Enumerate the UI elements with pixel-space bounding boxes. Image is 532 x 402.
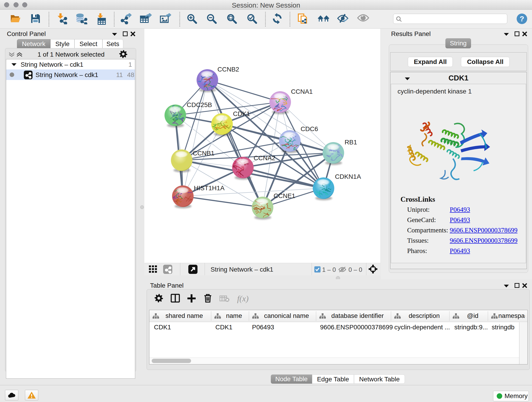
svg-text:CDC6: CDC6 (301, 125, 318, 133)
svg-text:CCNA1: CCNA1 (291, 88, 313, 95)
svg-text:CCNB2: CCNB2 (217, 66, 239, 73)
svg-text:CDK1: CDK1 (233, 110, 250, 117)
svg-text:CDC25B: CDC25B (187, 101, 212, 108)
svg-text:CCNB1: CCNB1 (193, 150, 215, 157)
svg-text:RB1: RB1 (345, 139, 357, 146)
svg-text:CCNE1: CCNE1 (273, 192, 295, 199)
svg-text:HIST1H1A: HIST1H1A (194, 185, 225, 191)
svg-text:CDKN1A: CDKN1A (335, 173, 361, 180)
svg-text:CCNA2: CCNA2 (254, 154, 275, 162)
